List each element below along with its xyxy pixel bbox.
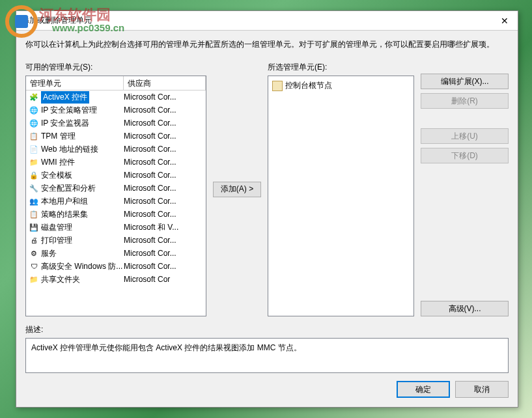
snapin-name: 共享文件夹 [41,274,80,285]
snapin-vendor: Microsoft Cor... [124,197,203,206]
advanced-button[interactable]: 高级(V)... [421,301,509,316]
snapin-icon: 🖨 [29,235,39,245]
snapin-vendor: Microsoft Cor... [124,158,203,167]
snapin-vendor: Microsoft Cor... [124,249,203,258]
list-item[interactable]: 🌐IP 安全监视器Microsoft Cor... [26,117,206,130]
add-button[interactable]: 添加(A) > [213,182,261,197]
snapin-vendor: Microsoft Cor... [124,184,203,193]
snapin-name: 安全模板 [41,170,72,181]
snapin-name: 策略的结果集 [41,209,88,220]
list-item[interactable]: 💾磁盘管理Microsoft 和 V... [26,221,206,234]
description-text: ActiveX 控件管理单元使你能用包含 ActiveX 控件的结果视图添加 M… [31,343,301,352]
snapin-icon: 📄 [29,144,39,154]
col-snapin[interactable]: 管理单元 [26,76,124,90]
list-item[interactable]: 🧩ActiveX 控件Microsoft Cor... [26,91,206,104]
snapin-name: 安全配置和分析 [41,183,96,194]
col-vendor[interactable]: 供应商 [124,76,206,90]
snapin-vendor: Microsoft Cor... [124,118,203,128]
selected-label: 所选管理单元(E): [268,62,414,73]
snapin-name: IP 安全监视器 [41,118,89,129]
snapin-name: WMI 控件 [41,157,75,168]
list-item[interactable]: 👥本地用户和组Microsoft Cor... [26,195,206,208]
snapin-name: 打印管理 [41,235,72,246]
snapin-icon: 👥 [29,196,39,206]
snapin-vendor: Microsoft Cor... [124,210,203,219]
list-item[interactable]: 📁WMI 控件Microsoft Cor... [26,156,206,169]
dialog-content: 你可以在计算机上为此控制台选择可用的管理单元并配置所选的一组管理单元。对于可扩展… [16,31,518,407]
snapin-icon: 🔒 [29,170,39,180]
snapin-icon: 📋 [29,209,39,219]
snapin-name: ActiveX 控件 [41,91,89,104]
selected-tree[interactable]: 控制台根节点 [268,76,414,316]
dialog-window: 添加或删除管理单元 ✕ 你可以在计算机上为此控制台选择可用的管理单元并配置所选的… [16,10,518,408]
snapin-name: TPM 管理 [41,131,76,142]
snapin-icon: ⚙ [29,248,39,258]
list-item[interactable]: 📁共享文件夹Microsoft Cor [26,273,206,286]
snapin-icon: 🛡 [29,261,39,272]
window-title: 添加或删除管理单元 [21,15,492,26]
snapin-name: 服务 [41,248,57,259]
snapin-icon: 📁 [29,274,39,285]
list-item[interactable]: 🌐IP 安全策略管理Microsoft Cor... [26,104,206,117]
move-up-button[interactable]: 上移(U) [421,128,509,144]
snapin-vendor: Microsoft 和 V... [124,222,203,233]
list-item[interactable]: 🔒安全模板Microsoft Cor... [26,169,206,182]
list-item[interactable]: 📋TPM 管理Microsoft Cor... [26,130,206,143]
snapin-name: 高级安全 Windows 防... [41,261,122,272]
snapin-icon: 🌐 [29,105,39,115]
snapin-vendor: Microsoft Cor... [124,236,203,245]
snapin-icon: 🔧 [29,183,39,193]
list-item[interactable]: 📋策略的结果集Microsoft Cor... [26,208,206,221]
snapin-name: 本地用户和组 [41,196,88,207]
description-label: 描述: [25,324,509,335]
list-item[interactable]: 🛡高级安全 Windows 防...Microsoft Cor... [26,260,206,273]
snapin-vendor: Microsoft Cor... [124,92,203,102]
snapin-icon: 📁 [29,157,39,167]
available-listbox[interactable]: 管理单元 供应商 🧩ActiveX 控件Microsoft Cor...🌐IP … [25,76,206,316]
list-item[interactable]: 🖨打印管理Microsoft Cor... [26,234,206,247]
close-button[interactable]: ✕ [492,11,518,31]
snapin-vendor: Microsoft Cor... [124,145,203,154]
snapin-name: Web 地址的链接 [41,144,98,155]
ok-button[interactable]: 确定 [397,381,450,398]
list-item[interactable]: 📄Web 地址的链接Microsoft Cor... [26,143,206,156]
cancel-button[interactable]: 取消 [455,381,509,398]
snapin-icon: 💾 [29,222,39,232]
available-label: 可用的管理单元(S): [25,62,206,73]
snapin-icon: 🌐 [29,118,39,128]
list-item[interactable]: ⚙服务Microsoft Cor... [26,247,206,260]
titlebar: 添加或删除管理单元 ✕ [16,11,518,31]
description-box: ActiveX 控件管理单元使你能用包含 ActiveX 控件的结果视图添加 M… [25,338,509,373]
snapin-vendor: Microsoft Cor... [124,105,203,115]
list-item[interactable]: 🔧安全配置和分析Microsoft Cor... [26,182,206,195]
tree-root-item[interactable]: 控制台根节点 [271,79,411,92]
move-down-button[interactable]: 下移(D) [421,148,509,163]
snapin-name: IP 安全策略管理 [41,105,97,116]
snapin-vendor: Microsoft Cor... [124,262,203,271]
snapin-vendor: Microsoft Cor... [124,171,203,180]
remove-button[interactable]: 删除(R) [421,93,509,109]
snapin-vendor: Microsoft Cor... [124,132,203,141]
intro-text: 你可以在计算机上为此控制台选择可用的管理单元并配置所选的一组管理单元。对于可扩展… [25,38,509,50]
edit-extensions-button[interactable]: 编辑扩展(X)... [421,74,509,89]
list-header: 管理单元 供应商 [26,76,206,91]
folder-icon [272,81,283,91]
snapin-name: 磁盘管理 [41,222,72,233]
snapin-vendor: Microsoft Cor [124,275,203,284]
snapin-icon: 🧩 [29,92,39,102]
tree-root-label: 控制台根节点 [285,80,332,91]
snapin-icon: 📋 [29,131,39,141]
